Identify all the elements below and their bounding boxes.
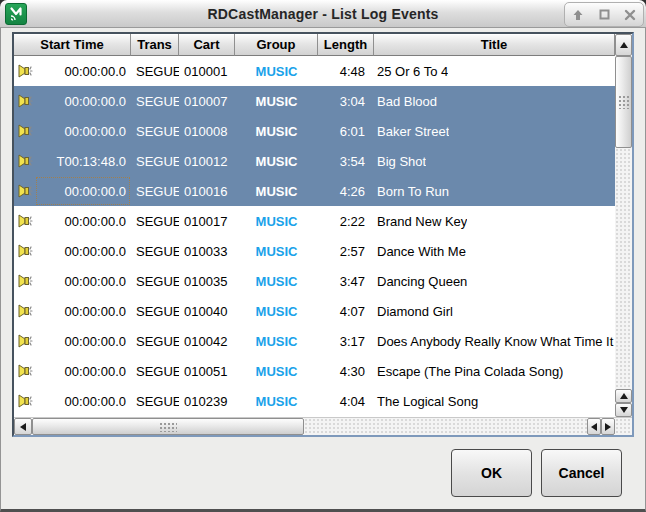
table-row[interactable]: 00:00:00.0 SEGUE 010008 MUSIC 6:01 Baker… [14, 116, 615, 146]
start-time-cell: 00:00:00.0 [14, 176, 131, 206]
ok-button[interactable]: OK [451, 449, 532, 497]
close-button[interactable] [619, 4, 641, 25]
group-cell: MUSIC [235, 326, 318, 356]
scroll-right-button[interactable] [601, 418, 615, 435]
vertical-scrollbar-thumb[interactable] [615, 56, 632, 148]
length-cell: 4:04 [318, 386, 374, 416]
speaker-icon [17, 182, 35, 200]
down-arrow-icon [620, 407, 628, 413]
scroll-left-button-right[interactable] [587, 418, 601, 435]
trans-cell: SEGUE [131, 296, 179, 326]
column-header-group[interactable]: Group [235, 34, 318, 56]
table-row[interactable]: 00:00:00.0 SEGUE 010042 MUSIC 3:17 Does … [14, 326, 615, 356]
group-cell: MUSIC [235, 116, 318, 146]
length-cell: 3:17 [318, 326, 374, 356]
right-arrow-icon [605, 423, 611, 431]
trans-cell: SEGUE [131, 176, 179, 206]
cart-cell: 010042 [179, 326, 235, 356]
table-row[interactable]: 00:00:00.0 SEGUE 010051 MUSIC 4:30 Escap… [14, 356, 615, 386]
group-cell: MUSIC [235, 176, 318, 206]
horizontal-scrollbar-track[interactable] [304, 418, 587, 435]
trans-cell: SEGUE [131, 326, 179, 356]
table-row[interactable]: 00:00:00.0 SEGUE 010007 MUSIC 3:04 Bad B… [14, 86, 615, 116]
table-row[interactable]: 00:00:00.0 SEGUE 010239 MUSIC 4:04 The L… [14, 386, 615, 416]
left-arrow-icon [20, 423, 26, 431]
group-cell: MUSIC [235, 296, 318, 326]
column-header-title[interactable]: Title [374, 34, 615, 56]
column-header-trans[interactable]: Trans [131, 34, 179, 56]
speaker-icon [17, 302, 35, 320]
up-arrow-icon [620, 393, 628, 399]
title-cell: Bad Blood [374, 86, 437, 116]
column-header-cart[interactable]: Cart [179, 34, 235, 56]
title-cell: Big Shot [374, 146, 426, 176]
group-cell: MUSIC [235, 146, 318, 176]
scroll-down-button[interactable] [615, 403, 632, 417]
start-time-cell: 00:00:00.0 [14, 206, 131, 236]
title-cell: Dance With Me [374, 236, 466, 266]
shade-button[interactable] [567, 4, 589, 25]
length-cell: 3:47 [318, 266, 374, 296]
scroll-up-button-bottom[interactable] [615, 389, 632, 403]
table-row[interactable]: 00:00:00.0 SEGUE 010017 MUSIC 2:22 Brand… [14, 206, 615, 236]
group-cell: MUSIC [235, 356, 318, 386]
trans-cell: SEGUE [131, 86, 179, 116]
table-row[interactable]: 00:00:00.0 SEGUE 010001 MUSIC 4:48 25 Or… [14, 56, 615, 86]
group-cell: MUSIC [235, 236, 318, 266]
cart-cell: 010040 [179, 296, 235, 326]
title-cell: Diamond Girl [374, 296, 453, 326]
close-x-icon [624, 9, 636, 21]
table-row[interactable]: 00:00:00.0 SEGUE 010033 MUSIC 2:57 Dance… [14, 236, 615, 266]
left-arrow-icon [591, 423, 597, 431]
table-row[interactable]: 00:00:00.0 SEGUE 010040 MUSIC 4:07 Diamo… [14, 296, 615, 326]
length-cell: 4:30 [318, 356, 374, 386]
table-viewport: 00:00:00.0 SEGUE 010001 MUSIC 4:48 25 Or… [14, 56, 615, 417]
length-cell: 3:04 [318, 86, 374, 116]
length-cell: 4:07 [318, 296, 374, 326]
speaker-icon [17, 122, 35, 140]
title-cell: The Logical Song [374, 386, 478, 416]
start-time-cell: 00:00:00.0 [14, 116, 131, 146]
speaker-icon [17, 332, 35, 350]
cart-cell: 010017 [179, 206, 235, 236]
table-row[interactable]: 00:00:00.0 SEGUE 010016 MUSIC 4:26 Born … [14, 176, 615, 206]
trans-cell: SEGUE [131, 386, 179, 416]
dialog-body: Start Time Trans Cart Group Length Title… [0, 28, 646, 512]
trans-cell: SEGUE [131, 356, 179, 386]
up-arrow-icon [620, 42, 628, 48]
cart-cell: 010008 [179, 116, 235, 146]
trans-cell: SEGUE [131, 206, 179, 236]
thumb-grip-icon [618, 95, 630, 109]
cancel-button[interactable]: Cancel [541, 449, 622, 497]
start-time-cell: 00:00:00.0 [14, 236, 131, 266]
speaker-icon [17, 272, 35, 290]
window-controls [564, 2, 644, 27]
length-cell: 4:26 [318, 176, 374, 206]
maximize-button[interactable] [593, 4, 615, 25]
title-cell: Dancing Queen [374, 266, 467, 296]
column-header-length[interactable]: Length [318, 34, 374, 56]
length-cell: 6:01 [318, 116, 374, 146]
rdcastmanager-window: RDCastManager - List Log Events [0, 0, 646, 512]
shade-arrow-icon [572, 9, 584, 21]
titlebar[interactable]: RDCastManager - List Log Events [0, 0, 646, 28]
table-row[interactable]: T00:13:48.0 SEGUE 010012 MUSIC 3:54 Big … [14, 146, 615, 176]
horizontal-scrollbar-thumb[interactable] [32, 418, 304, 435]
vertical-scrollbar[interactable] [615, 56, 632, 417]
title-cell: Escape (The Pina Colada Song) [374, 356, 563, 386]
vertical-scrollbar-track[interactable] [615, 148, 632, 389]
speaker-icon [17, 62, 35, 80]
start-time-cell: 00:00:00.0 [14, 86, 131, 116]
table-row[interactable]: 00:00:00.0 SEGUE 010035 MUSIC 3:47 Danci… [14, 266, 615, 296]
column-header-start-time[interactable]: Start Time [14, 34, 131, 56]
cart-cell: 010239 [179, 386, 235, 416]
scroll-up-button[interactable] [615, 34, 632, 56]
length-cell: 2:22 [318, 206, 374, 236]
speaker-icon [17, 152, 35, 170]
cart-cell: 010012 [179, 146, 235, 176]
scrollbar-corner [615, 418, 632, 435]
scroll-left-button[interactable] [14, 418, 32, 435]
horizontal-scrollbar[interactable] [14, 417, 632, 435]
start-time-cell: 00:00:00.0 [14, 56, 131, 86]
thumb-grip-icon [159, 422, 177, 432]
